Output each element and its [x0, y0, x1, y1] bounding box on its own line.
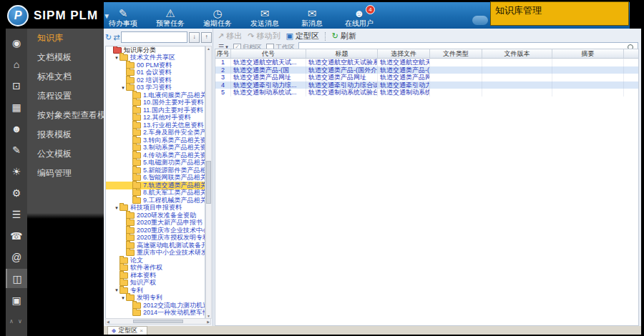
scroll-left-icon[interactable]: ◀: [107, 320, 109, 324]
table-row[interactable]: 3轨道交通类产品网址轨道交通类产品网址轨道交通类产品网址.txt: [215, 74, 638, 81]
close-icon[interactable]: ×: [140, 327, 143, 334]
tree-vertical-scrollbar[interactable]: ▲ ▼: [205, 46, 212, 319]
users-icon[interactable]: ☻: [6, 119, 27, 138]
cell: 轨道交通类产品网址: [231, 74, 306, 81]
tree-swap-icon[interactable]: ⇄: [113, 33, 119, 42]
database-config-icon[interactable]: ⚙: [6, 183, 27, 202]
cell: 轨道交通类产品-(国外介绍: [306, 66, 378, 74]
move-out-icon: ↗: [218, 31, 224, 41]
compose-icon[interactable]: ✎: [6, 140, 27, 159]
loading-icon[interactable]: ☀: [6, 162, 27, 181]
tree-horizontal-scrollbar[interactable]: ◀ ▶: [105, 318, 211, 325]
button-定型区[interactable]: ▣定型区: [286, 31, 318, 41]
cell: [482, 89, 552, 97]
button-label: 定型区: [296, 31, 319, 41]
column-header-filler[interactable]: [624, 49, 638, 58]
sidebar-item-标准文档[interactable]: 标准文档: [27, 67, 104, 87]
scroll-up-icon[interactable]: ▲: [207, 46, 210, 51]
scroll-right-icon[interactable]: ▶: [207, 320, 210, 324]
toolbar-item-新消息[interactable]: ✉新消息: [296, 7, 328, 28]
cell: 2: [215, 66, 231, 74]
cell: 3: [215, 74, 231, 81]
sidebar-item-公文模板[interactable]: 公文模板: [27, 144, 104, 164]
calendar-icon[interactable]: ▣: [6, 290, 27, 310]
column-header-标题[interactable]: 标题: [306, 49, 378, 58]
toolbar-item-待办事项[interactable]: ✎待办事项: [107, 7, 139, 28]
cell: 轨道交通类产品网址: [306, 74, 378, 81]
toolbar-item-预警任务[interactable]: ⚠预警任务: [155, 7, 186, 28]
column-header-摘要[interactable]: 摘要: [552, 49, 624, 58]
rail-scroll-chevrons-icon[interactable]: ∧ ∨: [6, 312, 27, 331]
bottom-tab-bar: ◆ 定型区 ×: [104, 326, 641, 335]
warning-tasks-icon: ⚠: [165, 7, 175, 19]
toolbar-item-发送消息[interactable]: ✉发送消息: [249, 7, 280, 28]
cell: [482, 81, 552, 89]
sidebar-item-按对象类型查看模板[interactable]: 按对象类型查看模板: [27, 106, 104, 125]
column-header-文件版本[interactable]: 文件版本: [482, 49, 552, 58]
sidebar-item-流程设置[interactable]: 流程设置: [27, 87, 104, 106]
chat-icon[interactable]: ☎: [6, 226, 27, 245]
button-label: 刷新: [341, 31, 356, 41]
locate-down-button[interactable]: ↓: [189, 32, 200, 43]
table-row[interactable]: 1轨道交通航空航天试...轨道交通航空航天试验系统...轨道交通航空航天试验系统…: [215, 59, 638, 66]
expand-arrow-icon[interactable]: ▼: [114, 56, 119, 60]
button-刷新[interactable]: ↻刷新: [332, 31, 356, 41]
cell: [482, 59, 552, 66]
cell: [624, 81, 638, 89]
documents-grid: 序号代号标题选择文件文件类型文件版本摘要 1轨道交通航空航天试...轨道交通航空…: [215, 49, 639, 326]
cell: [552, 89, 624, 97]
expand-arrow-icon[interactable]: ▼: [120, 296, 126, 300]
folder-icon: [126, 249, 135, 256]
button-label: 移出: [226, 31, 242, 41]
home-icon[interactable]: ⌂: [6, 54, 27, 74]
logo-icon[interactable]: ◉: [6, 33, 27, 52]
notification-badge: 4: [366, 5, 375, 14]
knowledge-book-icon[interactable]: ◫: [6, 269, 27, 288]
column-header-序号[interactable]: 序号: [215, 49, 231, 58]
toolbar-item-在线用户[interactable]: ☻在线用户4: [343, 7, 375, 28]
move-to-icon: ↷: [248, 31, 254, 41]
grid-rows: 1轨道交通航空航天试...轨道交通航空航天试验系统...轨道交通航空航天试验系统…: [215, 59, 638, 97]
toolbar-item-label: 在线用户: [345, 19, 374, 28]
locate-up-button[interactable]: ↑: [201, 32, 212, 43]
presentation-icon[interactable]: ⊡: [6, 76, 27, 95]
sidebar-item-文档模板[interactable]: 文档模板: [27, 48, 104, 67]
brand[interactable]: P SIPM PLM ▼: [7, 5, 110, 26]
sidebar-item-知识库[interactable]: 知识库: [27, 29, 104, 48]
table-row[interactable]: 2轨道交通类产品-(国轨道交通类产品-(国外介绍轨道交通类产品-(国外介绍): [215, 66, 638, 74]
toolbar-overflow-button[interactable]: [472, 16, 488, 25]
main-content: ↻ ⇄ ↓ ↑ 知识库分类▼技术文件共享区00 PLM资料01 会议资料02 培…: [104, 29, 641, 326]
tab-finalize-zone[interactable]: ◆ 定型区 ×: [107, 326, 147, 335]
expand-arrow-icon[interactable]: ▼: [114, 288, 119, 292]
tree-refresh-icon[interactable]: ↻: [105, 33, 112, 42]
column-header-代号[interactable]: 代号: [231, 49, 306, 58]
overdue-tasks-icon: ◷: [213, 7, 222, 19]
broadcast-icon[interactable]: @: [6, 247, 27, 267]
scroll-thumb[interactable]: [133, 320, 183, 323]
scroll-thumb[interactable]: [206, 161, 211, 204]
building-icon[interactable]: ▦: [6, 97, 27, 117]
tree-node[interactable]: 2014一种发动机整车性能试: [106, 310, 205, 317]
sidebar-item-报表模板[interactable]: 报表模板: [27, 125, 104, 144]
online-users-icon: ☻: [353, 7, 365, 19]
expand-arrow-icon[interactable]: ▼: [114, 206, 119, 210]
cell: [624, 89, 638, 97]
database-icon[interactable]: ☰: [6, 204, 27, 224]
table-row[interactable]: 4轨道交通牵引动力综...轨道交通牵引动力综合试验...轨道交通牵引动力综合试验…: [215, 81, 638, 89]
app-window: P SIPM PLM ▼ ✎待办事项⚠预警任务◷逾期任务✉发送消息✉新消息☻在线…: [0, 0, 644, 336]
toolbar-item-逾期任务[interactable]: ◷逾期任务: [202, 7, 233, 28]
table-panel: ↗移出↷移动到▣定型区↻刷新 ☰ ▼ ✓归档区工作区 序号代号标题选择文件文件类…: [215, 29, 641, 326]
table-toolbar: ↗移出↷移动到▣定型区↻刷新: [215, 30, 356, 42]
cell: 轨道交通类产品-(国外介绍): [378, 66, 430, 74]
column-header-选择文件[interactable]: 选择文件: [378, 49, 430, 58]
tree-search-input[interactable]: [121, 31, 187, 43]
grid-header: 序号代号标题选择文件文件类型文件版本摘要: [215, 49, 638, 59]
sidebar-item-编码管理[interactable]: 编码管理: [27, 164, 104, 183]
refresh-icon: ↻: [332, 31, 338, 41]
cell: 4: [215, 81, 231, 89]
expand-arrow-icon[interactable]: ▼: [120, 86, 126, 90]
button-label: 移动到: [256, 31, 280, 41]
toolbar-item-label: 逾期任务: [203, 19, 232, 28]
column-header-文件类型[interactable]: 文件类型: [430, 49, 482, 58]
table-row[interactable]: 5轨道交通制动系统试...轨道交通制动系统试验台架...轨道交通制动系统试验台架…: [215, 89, 638, 97]
